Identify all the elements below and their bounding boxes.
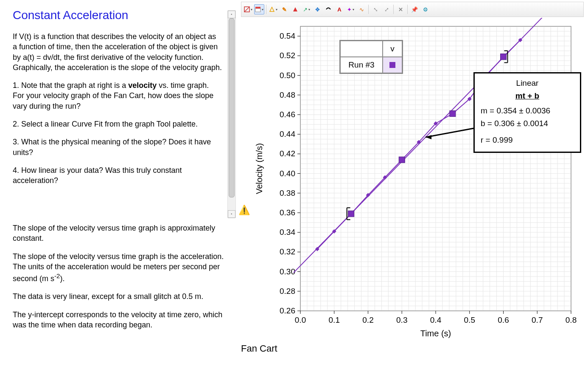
app-root: ▪ ▪ Constant Acceleration If V(t) is a f… <box>0 0 588 372</box>
fit-r: r = 0.999 <box>481 134 574 147</box>
delta-tool-button[interactable] <box>290 4 300 14</box>
rescale-button[interactable] <box>243 4 253 14</box>
svg-text:0.28: 0.28 <box>280 287 295 296</box>
q1-bold: velocity <box>128 81 157 90</box>
legend-run-label[interactable]: Run #3 <box>340 57 383 73</box>
svg-text:0.2: 0.2 <box>362 316 373 324</box>
svg-text:0.4: 0.4 <box>430 316 442 324</box>
pin-button[interactable]: 📌 <box>409 4 420 14</box>
velocity-time-chart[interactable]: 0.00.10.20.30.40.50.60.70.80.260.280.300… <box>241 18 580 341</box>
chart-legend[interactable]: v Run #3 <box>339 40 403 74</box>
svg-marker-3 <box>270 7 274 11</box>
toolbar-divider <box>393 5 394 14</box>
svg-text:0.36: 0.36 <box>280 208 295 217</box>
delete-button[interactable]: ✕ <box>395 4 406 14</box>
select-range-button[interactable] <box>323 4 333 14</box>
annotation-button[interactable]: A <box>334 4 344 14</box>
answer-4: The y-intercept corresponds to the veloc… <box>13 310 232 330</box>
svg-rect-166 <box>450 111 456 117</box>
svg-text:0.7: 0.7 <box>532 316 543 324</box>
zoom-out-button[interactable]: ⤢ <box>381 4 392 14</box>
instructions-scroll-area: Constant Acceleration If V(t) is a funct… <box>13 8 233 219</box>
instructions-pane: ▪ ▪ Constant Acceleration If V(t) is a f… <box>0 0 238 372</box>
svg-text:0.3: 0.3 <box>396 316 407 324</box>
svg-text:0.1: 0.1 <box>329 316 340 324</box>
draw-prediction-button[interactable]: ✎ <box>279 4 289 14</box>
svg-text:0.34: 0.34 <box>280 228 295 237</box>
graph-pane: ✎ ↗ ✥ A ✦ ∿ ⤡ ⤢ ✕ 📌 ⚙ ⚠️ 0.00.10.20.30.4… <box>238 0 588 372</box>
toolbar-divider <box>266 5 266 14</box>
fit-intercept: b = 0.306 ± 0.0014 <box>481 117 574 130</box>
svg-text:0.26: 0.26 <box>280 306 295 315</box>
answer-2: The slope of the velocity versus time gr… <box>13 251 232 284</box>
legend-swatch <box>389 62 395 68</box>
question-3: 3. What is the physical meaning of the s… <box>13 137 222 158</box>
svg-marker-4 <box>293 7 297 11</box>
fit-formula: mt + b <box>481 90 574 102</box>
toolbar-divider <box>368 5 369 14</box>
svg-rect-169 <box>501 54 507 60</box>
answer-3: The data is very linear, except for a sm… <box>13 291 232 302</box>
answer-1: The slope of the velocity versus time gr… <box>13 223 232 244</box>
svg-text:0.30: 0.30 <box>280 267 295 276</box>
svg-text:0.42: 0.42 <box>280 149 295 158</box>
statistics-button[interactable]: ✦ <box>345 4 356 14</box>
chart-caption: Fan Cart <box>241 343 584 354</box>
legend-blank <box>340 41 383 57</box>
svg-text:0.32: 0.32 <box>280 247 295 256</box>
svg-text:0.44: 0.44 <box>280 130 295 138</box>
svg-text:0.5: 0.5 <box>464 316 475 324</box>
q1-part-a: 1. Note that the graph at right is a <box>13 81 128 90</box>
svg-text:0.50: 0.50 <box>280 71 295 80</box>
svg-rect-1 <box>255 8 260 12</box>
fit-type: Linear <box>481 77 574 90</box>
intro-paragraph: If V(t) is a function that describes the… <box>13 31 222 73</box>
svg-text:Time (s): Time (s) <box>420 329 451 338</box>
display-options-button[interactable] <box>254 4 264 14</box>
svg-rect-163 <box>399 157 405 163</box>
curve-fit-button[interactable]: ∿ <box>356 4 367 14</box>
svg-text:0.46: 0.46 <box>280 110 295 119</box>
svg-text:Velocity (m/s): Velocity (m/s) <box>255 143 264 194</box>
question-1: 1. Note that the graph at right is a vel… <box>13 80 222 111</box>
svg-text:0.48: 0.48 <box>280 90 295 99</box>
page-title: Constant Acceleration <box>13 8 222 22</box>
toolbar-divider <box>407 5 408 14</box>
graph-toolbar: ✎ ↗ ✥ A ✦ ∿ ⤡ ⤢ ✕ 📌 ⚙ <box>241 2 584 17</box>
svg-text:0.6: 0.6 <box>498 316 509 324</box>
legend-v-label: v <box>383 41 402 57</box>
svg-text:0.40: 0.40 <box>280 169 295 178</box>
zoom-in-button[interactable]: ⤡ <box>370 4 381 14</box>
legend-swatch-cell[interactable] <box>383 57 402 73</box>
answers-pane: The slope of the velocity versus time gr… <box>13 219 233 330</box>
svg-rect-160 <box>348 211 354 217</box>
svg-text:0.54: 0.54 <box>280 31 295 40</box>
coordinates-tool-button[interactable]: ✥ <box>312 4 322 14</box>
svg-text:0.52: 0.52 <box>280 51 295 60</box>
svg-text:0.38: 0.38 <box>280 189 295 197</box>
slope-tool-button[interactable]: ↗ <box>301 4 311 14</box>
settings-button[interactable]: ⚙ <box>420 4 431 14</box>
svg-text:0.0: 0.0 <box>295 316 306 324</box>
plot-area[interactable]: ⚠️ 0.00.10.20.30.40.50.60.70.80.260.280.… <box>241 18 580 341</box>
fit-slope: m = 0.354 ± 0.0036 <box>481 104 574 117</box>
svg-rect-2 <box>255 7 260 8</box>
warning-icon: ⚠️ <box>238 205 250 216</box>
data-select-button[interactable] <box>268 4 278 14</box>
curve-fit-box[interactable]: Linear mt + b m = 0.354 ± 0.0036 b = 0.3… <box>473 72 581 153</box>
svg-text:0.8: 0.8 <box>566 316 577 324</box>
question-4: 4. How linear is your data? Was this tru… <box>13 165 222 186</box>
question-2: 2. Select a linear Curve Fit from the gr… <box>13 119 222 129</box>
